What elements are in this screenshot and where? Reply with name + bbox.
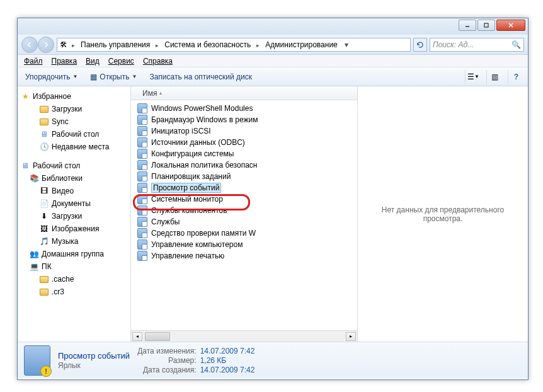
file-item[interactable]: Источники данных (ODBC) bbox=[131, 137, 357, 148]
titlebar bbox=[18, 18, 528, 35]
file-item[interactable]: Системный монитор bbox=[131, 193, 357, 205]
file-item[interactable]: Средство проверки памяти W bbox=[131, 228, 357, 239]
column-name[interactable]: Имя▴ bbox=[137, 89, 167, 98]
library-icon: 📚 bbox=[29, 173, 39, 183]
file-item-label: Инициатор iSCSI bbox=[151, 127, 211, 135]
file-item-label: Управление печатью bbox=[151, 251, 224, 260]
download-icon: ⬇ bbox=[39, 211, 49, 221]
nav-item-videos[interactable]: 🎞Видео bbox=[18, 185, 130, 197]
nav-item-downloads2[interactable]: ⬇Загрузки bbox=[18, 210, 130, 222]
burn-button[interactable]: Записать на оптический диск bbox=[146, 71, 256, 83]
video-icon: 🎞 bbox=[39, 186, 49, 196]
menubar: Файл Правка Вид Сервис Справка bbox=[18, 55, 528, 67]
address-dropdown[interactable]: ▾ bbox=[341, 38, 352, 51]
nav-item-cache[interactable]: .cache bbox=[18, 273, 130, 285]
file-item[interactable]: Просмотр событий bbox=[131, 182, 357, 193]
scroll-right-button[interactable]: ▸ bbox=[346, 332, 356, 341]
file-item-label: Службы bbox=[151, 217, 180, 226]
preview-pane-button[interactable]: ▥ bbox=[486, 70, 503, 84]
nav-item-downloads[interactable]: Загрузки bbox=[18, 103, 130, 115]
forward-button[interactable] bbox=[38, 37, 54, 53]
file-item[interactable]: Инициатор iSCSI bbox=[131, 125, 357, 137]
star-icon bbox=[20, 91, 30, 101]
file-item[interactable]: Брандмауэр Windows в режим bbox=[131, 114, 357, 125]
file-list[interactable]: Windows PowerShell ModulesБрандмауэр Win… bbox=[131, 100, 357, 330]
preview-empty-text: Нет данных для предварительного просмотр… bbox=[364, 205, 522, 223]
computer-icon: 💻 bbox=[29, 262, 39, 272]
shortcut-icon bbox=[137, 115, 147, 125]
file-item-label: Средство проверки памяти W bbox=[151, 229, 256, 238]
breadcrumb[interactable]: Панель управления bbox=[79, 40, 151, 50]
file-item-label: Системный монитор bbox=[151, 195, 223, 204]
file-item-label: Локальная политика безопасн bbox=[151, 161, 257, 170]
nav-libraries[interactable]: 📚Библиотеки bbox=[18, 172, 130, 185]
menu-tools[interactable]: Сервис bbox=[105, 55, 138, 67]
shortcut-icon bbox=[137, 171, 147, 182]
picture-icon: 🖼 bbox=[39, 224, 49, 234]
nav-pc[interactable]: 💻ПК bbox=[18, 260, 130, 273]
nav-item-pictures[interactable]: 🖼Изображения bbox=[18, 222, 130, 235]
file-item-label: Планировщик заданий bbox=[151, 172, 231, 181]
file-item-label: Источники данных (ODBC) bbox=[151, 138, 245, 147]
document-icon: 📄 bbox=[39, 199, 49, 209]
file-item[interactable]: Службы компонентов bbox=[131, 205, 357, 216]
refresh-button[interactable] bbox=[413, 38, 427, 52]
menu-edit[interactable]: Правка bbox=[48, 55, 81, 67]
close-button[interactable] bbox=[496, 20, 525, 31]
body: Избранное Загрузки Sync 🖥Рабочий стол 🕓Н… bbox=[18, 86, 528, 342]
open-button[interactable]: ▦Открыть▼ bbox=[86, 71, 140, 83]
menu-file[interactable]: Файл bbox=[20, 55, 47, 67]
folder-icon bbox=[40, 106, 49, 113]
shortcut-icon bbox=[137, 183, 147, 193]
details-size-label: Размер: bbox=[137, 356, 197, 365]
nav-desktop[interactable]: 🖥Рабочий стол bbox=[18, 159, 130, 172]
minimize-button[interactable] bbox=[459, 20, 476, 31]
back-button[interactable] bbox=[21, 37, 38, 53]
breadcrumb[interactable]: Администрирование bbox=[264, 40, 338, 50]
nav-item-documents[interactable]: 📄Документы bbox=[18, 197, 130, 210]
file-item[interactable]: Управление печатью bbox=[131, 250, 357, 262]
shortcut-icon bbox=[137, 160, 147, 170]
monitor-icon: 🖥 bbox=[39, 129, 49, 139]
file-item-label: Просмотр событий bbox=[151, 183, 221, 193]
file-item[interactable]: Локальная политика безопасн bbox=[131, 159, 357, 171]
shortcut-icon bbox=[137, 126, 147, 136]
maximize-button[interactable] bbox=[477, 20, 495, 31]
view-options-button[interactable]: ☰ ▼ bbox=[465, 70, 481, 84]
file-item-label: Конфигурация системы bbox=[151, 149, 234, 158]
folder-icon bbox=[40, 289, 49, 296]
file-item-label: Брандмауэр Windows в режим bbox=[151, 115, 258, 124]
details-created-label: Дата создания: bbox=[137, 366, 197, 374]
scroll-thumb[interactable] bbox=[145, 332, 170, 341]
nav-favorites[interactable]: Избранное bbox=[18, 90, 130, 103]
nav-item-recent[interactable]: 🕓Недавние места bbox=[18, 141, 130, 153]
music-icon: 🎵 bbox=[39, 236, 49, 246]
nav-homegroup[interactable]: 👥Домашняя группа bbox=[18, 248, 130, 260]
search-icon: 🔍 bbox=[512, 40, 521, 49]
details-pane: Просмотр событий Ярлык Дата изменения: 1… bbox=[18, 342, 528, 378]
nav-item-desktop[interactable]: 🖥Рабочий стол bbox=[18, 128, 130, 141]
organize-button[interactable]: Упорядочить▼ bbox=[21, 71, 81, 83]
help-button[interactable]: ? bbox=[508, 70, 524, 84]
menu-help[interactable]: Справка bbox=[139, 55, 176, 67]
search-input[interactable]: Поиск: Ад... 🔍 bbox=[430, 38, 524, 52]
nav-item-music[interactable]: 🎵Музыка bbox=[18, 235, 130, 248]
nav-item-sync[interactable]: Sync bbox=[18, 115, 130, 128]
file-item[interactable]: Конфигурация системы bbox=[131, 148, 357, 159]
breadcrumb[interactable]: Система и безопасность bbox=[163, 40, 252, 50]
file-item[interactable]: Планировщик заданий bbox=[131, 171, 357, 182]
folder-icon bbox=[40, 118, 49, 125]
file-item[interactable]: Службы bbox=[131, 216, 357, 228]
menu-view[interactable]: Вид bbox=[82, 55, 103, 67]
location-icon: 🛠 bbox=[60, 40, 67, 49]
horizontal-scrollbar[interactable]: ◂ ▸ bbox=[131, 330, 357, 342]
file-item[interactable]: Windows PowerShell Modules bbox=[131, 103, 357, 114]
scroll-left-button[interactable]: ◂ bbox=[132, 332, 142, 341]
nav-item-cr3[interactable]: .cr3 bbox=[18, 285, 130, 298]
svg-rect-1 bbox=[484, 23, 488, 27]
file-item[interactable]: Управление компьютером bbox=[131, 239, 357, 250]
navigation-pane: Избранное Загрузки Sync 🖥Рабочий стол 🕓Н… bbox=[18, 86, 131, 342]
details-modified: 14.07.2009 7:42 bbox=[200, 347, 255, 355]
address-bar[interactable]: 🛠 Панель управления Система и безопаснос… bbox=[57, 38, 411, 52]
file-list-pane: Имя▴ Windows PowerShell ModulesБрандмауэ… bbox=[131, 86, 358, 342]
